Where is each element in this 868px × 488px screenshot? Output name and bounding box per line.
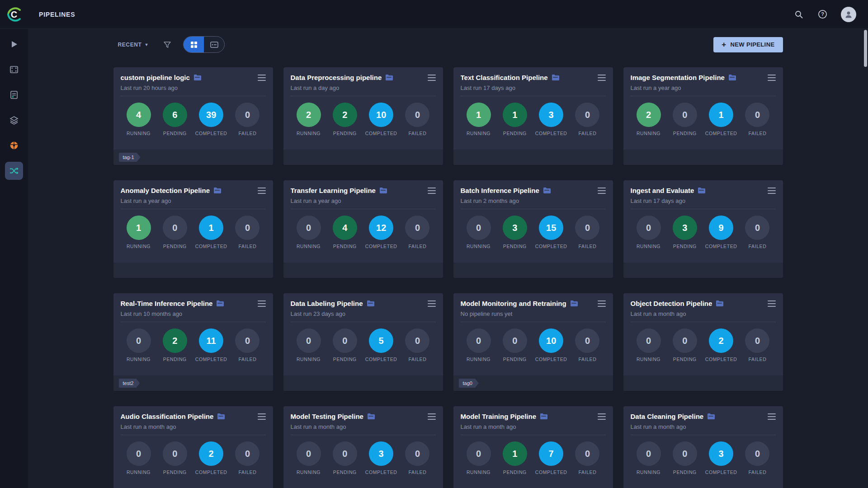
card-menu-icon[interactable] [258, 188, 266, 194]
card-menu-icon[interactable] [598, 300, 606, 307]
card-footer [453, 263, 613, 278]
stat-circle: 0 [637, 216, 661, 240]
stat-label: FAILED [239, 131, 257, 136]
stat-label: FAILED [749, 131, 767, 136]
pipeline-last-run: Last run a month ago [631, 310, 776, 317]
card-menu-icon[interactable] [768, 188, 776, 194]
app-logo[interactable]: C [0, 0, 28, 29]
pipeline-card[interactable]: Model Monitoring and Retraining No pipel… [453, 293, 613, 391]
pipeline-card[interactable]: Anomaly Detection Pipeline Last run a ye… [113, 180, 273, 278]
new-pipeline-button[interactable]: + NEW PIPELINE [713, 37, 783, 52]
stat: 11 COMPLETED [195, 328, 227, 362]
pipeline-card[interactable]: Model Training Pipeline Last run a month… [453, 406, 613, 488]
card-footer: tag-1 [113, 150, 273, 165]
stat: 4 RUNNING [123, 103, 155, 136]
stat-label: COMPLETED [705, 244, 737, 249]
sidebar-item-projects[interactable] [5, 35, 23, 53]
stat-label: FAILED [579, 131, 597, 136]
pipeline-card[interactable]: Data Labeling Pipeline Last run 23 days … [283, 293, 443, 391]
pipeline-card[interactable]: Batch Inference Pipeline Last run 2 mont… [453, 180, 613, 278]
pipeline-title: Model Monitoring and Retraining [461, 300, 566, 307]
scrollbar-thumb[interactable] [864, 30, 867, 67]
pipeline-card[interactable]: Image Segmentation Pipeline Last run a y… [623, 67, 783, 165]
card-menu-icon[interactable] [428, 188, 436, 194]
pipeline-last-run: Last run a month ago [461, 423, 606, 430]
card-menu-icon[interactable] [598, 75, 606, 81]
project-folder-icon [385, 74, 393, 81]
stat: 0 FAILED [571, 216, 604, 249]
filter-icon[interactable] [163, 41, 171, 49]
stat-label: FAILED [409, 469, 427, 475]
user-avatar[interactable] [841, 7, 856, 22]
project-folder-icon [379, 187, 387, 194]
stat: 0 FAILED [401, 441, 434, 475]
stat-circle: 0 [405, 441, 429, 466]
pipeline-card[interactable]: Audio Classification Pipeline Last run a… [113, 406, 273, 488]
card-footer [283, 375, 443, 391]
stat-circle: 0 [333, 328, 357, 353]
pipeline-title: Data Cleaning Pipeline [631, 413, 704, 420]
search-icon[interactable] [794, 9, 804, 19]
stat: 0 PENDING [669, 441, 701, 475]
pipeline-card[interactable]: Model Testing Pipeline Last run a month … [283, 406, 443, 488]
table-view-button[interactable] [204, 37, 224, 52]
card-footer [623, 375, 783, 391]
card-menu-icon[interactable] [768, 413, 776, 420]
card-menu-icon[interactable] [428, 413, 436, 420]
stat-circle: 15 [539, 216, 563, 240]
card-menu-icon[interactable] [768, 300, 776, 307]
sidebar-item-experiments[interactable] [5, 111, 23, 129]
stat-label: PENDING [333, 357, 357, 362]
svg-text:C: C [11, 9, 17, 19]
card-menu-icon[interactable] [258, 75, 266, 81]
card-menu-icon[interactable] [258, 413, 266, 420]
sort-dropdown[interactable]: RECENT ▾ [118, 42, 148, 48]
help-icon[interactable]: ? [817, 9, 827, 19]
stat-circle: 0 [575, 328, 599, 353]
stat-label: COMPLETED [535, 244, 567, 249]
sidebar-item-pipelines[interactable] [5, 162, 23, 180]
stat-circle: 3 [709, 441, 733, 466]
stat-circle: 0 [297, 441, 321, 466]
stat: 0 FAILED [571, 441, 604, 475]
card-menu-icon[interactable] [598, 413, 606, 420]
pipeline-card[interactable]: Ingest and Evaluate Last run 17 days ago… [623, 180, 783, 278]
pipeline-card[interactable]: Text Classification Pipeline Last run 17… [453, 67, 613, 165]
clearml-logo-icon: C [5, 5, 23, 23]
card-menu-icon[interactable] [258, 300, 266, 307]
stat-label: FAILED [579, 357, 597, 362]
card-stats: 2 RUNNING 2 PENDING 10 COMPLETED 0 FAILE… [283, 96, 443, 136]
pipeline-card[interactable]: custom pipeline logic Last run 20 hours … [113, 67, 273, 165]
stat-label: COMPLETED [365, 469, 397, 475]
pipeline-last-run: No pipeline runs yet [461, 310, 606, 317]
stat-circle: 0 [673, 441, 697, 466]
stat-label: RUNNING [467, 131, 491, 136]
card-stats: 0 RUNNING 0 PENDING 2 COMPLETED 0 FAILED [113, 435, 273, 475]
card-menu-icon[interactable] [428, 75, 436, 81]
card-menu-icon[interactable] [768, 75, 776, 81]
pipeline-card[interactable]: Data Cleaning Pipeline Last run a month … [623, 406, 783, 488]
stat: 0 RUNNING [292, 216, 325, 249]
stat: 2 PENDING [329, 103, 361, 136]
stat-label: COMPLETED [705, 131, 737, 136]
stat-circle: 0 [467, 328, 491, 353]
stat-circle: 1 [467, 103, 491, 127]
pipeline-card[interactable]: Transfer Learning Pipeline Last run a ye… [283, 180, 443, 278]
stat: 3 PENDING [499, 216, 531, 249]
stat: 12 COMPLETED [365, 216, 397, 249]
pipeline-card[interactable]: Real-Time Inference Pipeline Last run 10… [113, 293, 273, 391]
main-content: RECENT ▾ + NEW PIPELINE custo [28, 29, 868, 488]
stat-label: RUNNING [467, 357, 491, 362]
project-folder-icon [216, 300, 224, 307]
card-menu-icon[interactable] [428, 300, 436, 307]
sidebar-item-datasets[interactable] [5, 61, 23, 79]
sidebar-item-models[interactable] [5, 136, 23, 155]
stat-label: FAILED [409, 357, 427, 362]
stat-circle: 0 [745, 328, 769, 353]
grid-view-button[interactable] [184, 37, 204, 52]
sidebar-item-reports[interactable] [5, 86, 23, 104]
card-menu-icon[interactable] [598, 188, 606, 194]
pipeline-card[interactable]: Data Preprocessing pipeline Last run a d… [283, 67, 443, 165]
stat: 0 FAILED [741, 441, 774, 475]
pipeline-card[interactable]: Object Detection Pipeline Last run a mon… [623, 293, 783, 391]
